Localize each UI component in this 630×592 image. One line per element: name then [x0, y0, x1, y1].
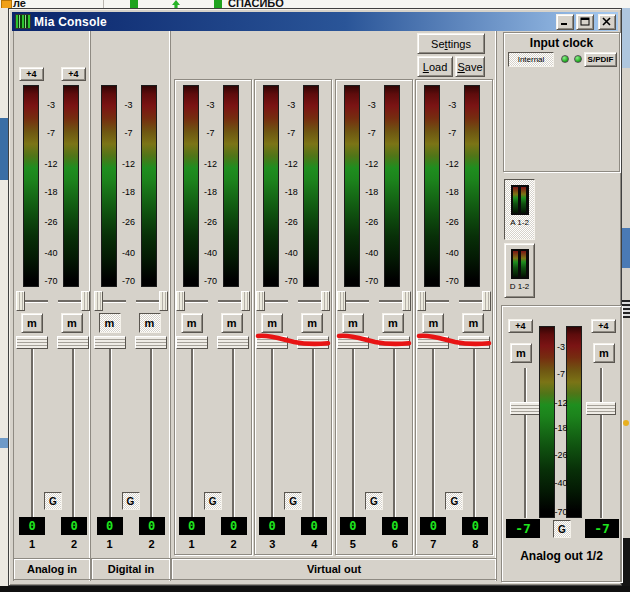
titlebar[interactable]: Mia Console [12, 12, 618, 31]
scale-tick: -12 [119, 159, 139, 169]
icon-fragment [0, 438, 8, 448]
pan-slider[interactable] [337, 290, 371, 312]
input-clock-title: Input clock [504, 36, 619, 50]
gain-display: 0 [221, 517, 247, 535]
mute-button[interactable]: m [342, 313, 364, 333]
scale-tick: -3 [41, 100, 61, 110]
pan-handle[interactable] [402, 291, 411, 311]
pan-handle[interactable] [81, 291, 90, 311]
fader-handle[interactable] [458, 336, 490, 349]
minimize-button[interactable] [556, 14, 574, 30]
pan-handle[interactable] [337, 291, 346, 311]
gang-button[interactable]: G [365, 492, 383, 510]
fader-track [72, 344, 75, 520]
pan-slider[interactable] [16, 290, 50, 312]
fader-handle[interactable] [297, 336, 329, 349]
fader-handle[interactable] [337, 336, 369, 349]
pan-handle[interactable] [16, 291, 25, 311]
scale-tick: -40 [201, 248, 221, 258]
gain-display-out1: -7 [506, 519, 540, 538]
section-virtual-out: -3 -7 -12 -18 -26 -40 -70 m m [171, 31, 497, 581]
monitor-d12-button[interactable]: D 1-2 [504, 243, 535, 298]
fader-handle-out2[interactable] [586, 402, 616, 415]
mute-row: m m [255, 313, 331, 333]
plus4-button-out2[interactable]: +4 [591, 319, 616, 333]
gang-button[interactable]: G [284, 492, 302, 510]
section-label: Digital in [91, 558, 171, 580]
pan-slider[interactable] [417, 290, 451, 312]
pan-handle[interactable] [482, 291, 491, 311]
pan-handle[interactable] [159, 291, 168, 311]
fader-handle[interactable] [417, 336, 449, 349]
plus4-button[interactable]: +4 [19, 67, 44, 81]
clock-internal-button[interactable]: Internal [508, 52, 554, 67]
level-meter [263, 85, 279, 287]
scale-tick: -40 [551, 478, 571, 488]
gang-button[interactable]: G [44, 492, 62, 510]
mute-button[interactable]: m [61, 313, 83, 333]
pan-slider[interactable] [377, 290, 411, 312]
scale-tick: -40 [41, 248, 61, 258]
mute-button-out2[interactable]: m [593, 343, 615, 363]
scale-tick: -7 [442, 128, 462, 138]
plus4-button-out1[interactable]: +4 [508, 319, 533, 333]
mute-button[interactable]: m [181, 313, 203, 333]
fader-handle[interactable] [16, 336, 48, 349]
mute-button-out1[interactable]: m [510, 343, 532, 363]
scale-tick: -70 [119, 276, 139, 286]
level-meter [63, 85, 79, 287]
pan-handle[interactable] [321, 291, 330, 311]
clock-spdif-button[interactable]: S/PDIF [584, 52, 617, 67]
maximize-button[interactable] [576, 14, 594, 30]
fader-handle[interactable] [378, 336, 410, 349]
gang-button-out[interactable]: G [553, 520, 571, 538]
fader-handle[interactable] [256, 336, 288, 349]
mute-button[interactable]: m [301, 313, 323, 333]
pan-slider[interactable] [94, 290, 128, 312]
pan-slider[interactable] [216, 290, 250, 312]
pan-slider[interactable] [176, 290, 210, 312]
gain-display-out2: -7 [585, 519, 619, 538]
pan-row [336, 290, 412, 312]
pan-slider[interactable] [256, 290, 290, 312]
minimize-icon [560, 17, 570, 26]
pan-slider[interactable] [457, 290, 491, 312]
scale-tick: -70 [442, 276, 462, 286]
pan-slider[interactable] [134, 290, 168, 312]
plus4-button[interactable]: +4 [61, 67, 86, 81]
pan-handle[interactable] [176, 291, 185, 311]
pan-slider[interactable] [56, 290, 90, 312]
scale-tick: -7 [201, 128, 221, 138]
pan-handle[interactable] [241, 291, 250, 311]
mute-button[interactable]: m [221, 313, 243, 333]
level-meter [101, 85, 117, 287]
pan-slider[interactable] [296, 290, 330, 312]
gang-button[interactable]: G [122, 492, 140, 510]
mute-button[interactable]: m [422, 313, 444, 333]
fader-handle[interactable] [176, 336, 208, 349]
monitor-a12-button[interactable]: A 1-2 [504, 179, 535, 240]
fader-track [271, 344, 274, 520]
mute-button[interactable]: m [99, 313, 121, 333]
mute-button[interactable]: m [462, 313, 484, 333]
gang-button[interactable]: G [204, 492, 222, 510]
pan-handle[interactable] [417, 291, 426, 311]
mute-button[interactable]: m [139, 313, 161, 333]
fader-handle-out1[interactable] [510, 402, 540, 415]
fader-handle[interactable] [57, 336, 89, 349]
pan-handle[interactable] [94, 291, 103, 311]
mute-row: m m [15, 313, 91, 333]
scale-tick: -3 [362, 100, 382, 110]
gang-button[interactable]: G [445, 492, 463, 510]
fader-handle[interactable] [94, 336, 126, 349]
scale-tick: -40 [119, 248, 139, 258]
gain-display: 0 [97, 517, 123, 535]
mute-button[interactable]: m [382, 313, 404, 333]
close-button[interactable] [598, 14, 616, 30]
pan-handle[interactable] [256, 291, 265, 311]
fader-handle[interactable] [135, 336, 167, 349]
fader-handle[interactable] [217, 336, 249, 349]
mute-button[interactable]: m [21, 313, 43, 333]
gain-display: 0 [382, 517, 408, 535]
mute-button[interactable]: m [261, 313, 283, 333]
